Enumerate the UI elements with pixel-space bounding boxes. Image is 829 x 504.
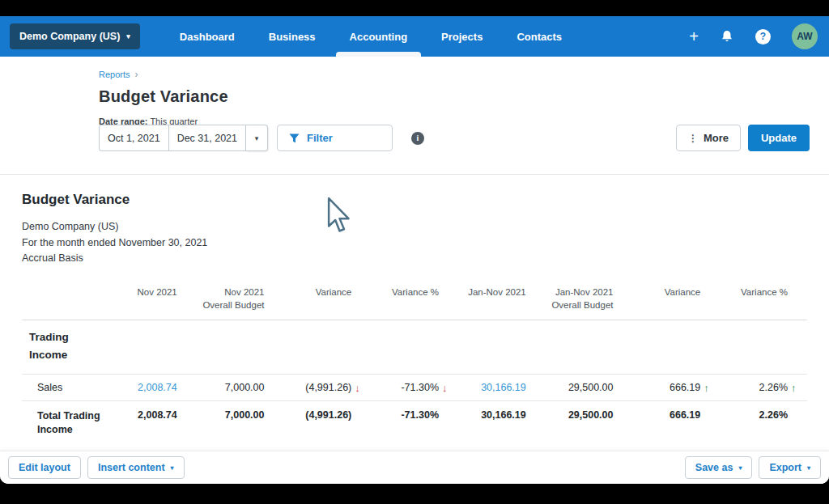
col-line1: Variance %: [371, 286, 439, 299]
total-nov-budget: 7,000.00: [197, 409, 284, 421]
top-navbar: Demo Company (US) ▾ Dashboard Business A…: [0, 16, 829, 57]
cell-value: 7,000.00: [225, 382, 265, 393]
report-body: Budget Variance Demo Company (US) For th…: [0, 175, 829, 451]
col-line1: Jan-Nov 2021: [458, 286, 526, 299]
nav-item-contacts[interactable]: Contacts: [500, 16, 579, 57]
chevron-down-icon: ▾: [255, 134, 259, 142]
save-as-label: Save as: [695, 462, 733, 473]
col-line1: Jan-Nov 2021: [546, 286, 614, 299]
col-line2: Overall Budget: [546, 299, 614, 311]
cell-value: 666.19: [670, 409, 700, 421]
table-row-total-trading-income: Total Trading Income 2,008.74 7,000.00 (…: [22, 401, 807, 445]
export-label: Export: [769, 462, 801, 473]
letterbox-bottom: [0, 484, 829, 504]
down-arrow-icon: ↓: [442, 382, 457, 394]
col-nov-2021-budget: Nov 2021 Overall Budget: [197, 286, 284, 311]
funnel-icon: [289, 133, 300, 143]
nav-item-business[interactable]: Business: [252, 16, 333, 57]
cell-value: 29,500.00: [568, 382, 614, 393]
cell-value: -71.30%: [401, 382, 439, 393]
total-variance-pct-2: 2.26%: [720, 409, 807, 421]
report-basis: Accrual Basis: [22, 251, 807, 267]
notifications-bell-icon[interactable]: [720, 29, 734, 44]
more-button[interactable]: ⋮ More: [676, 125, 741, 151]
nav-item-dashboard[interactable]: Dashboard: [163, 16, 252, 57]
col-line1: Variance: [633, 286, 701, 299]
sales-ytd-actual: 30,166.19: [458, 382, 546, 393]
report-meta: Demo Company (US) For the month ended No…: [22, 219, 807, 267]
avatar-initials: AW: [797, 31, 812, 42]
filter-button[interactable]: Filter: [277, 125, 393, 151]
cell-value: 7,000.00: [225, 409, 265, 421]
report-period: For the month ended November 30, 2021: [22, 235, 807, 252]
breadcrumb: Reports ›: [99, 69, 829, 80]
user-avatar[interactable]: AW: [792, 23, 818, 49]
sales-variance-1: (4,991.26) ↓: [284, 382, 372, 393]
budget-variance-table: Nov 2021 Nov 2021 Overall Budget Varianc…: [22, 281, 807, 451]
col-line1: Nov 2021: [197, 286, 265, 299]
primary-actions: ⋮ More Update: [676, 125, 810, 151]
cell-value: 2.26%: [759, 382, 788, 393]
page-title: Budget Variance: [99, 87, 829, 106]
org-name: Demo Company (US): [19, 31, 120, 42]
row-label: Total Trading Income: [22, 409, 103, 437]
col-jan-nov-budget: Jan-Nov 2021 Overall Budget: [546, 286, 633, 311]
sales-variance-pct-1: -71.30% ↓: [371, 382, 458, 393]
col-line1: Variance %: [720, 286, 788, 299]
breadcrumb-reports-link[interactable]: Reports: [99, 70, 130, 79]
section-label: Trading Income: [22, 328, 95, 364]
col-line1: Variance: [284, 286, 352, 299]
total-variance-2: 666.19: [633, 409, 721, 421]
report-company: Demo Company (US): [22, 219, 807, 235]
col-variance-pct-1: Variance %: [371, 286, 458, 299]
chevron-down-icon: ▾: [171, 464, 174, 472]
info-icon[interactable]: i: [411, 132, 424, 145]
col-variance-1: Variance: [284, 286, 372, 299]
update-button[interactable]: Update: [748, 125, 810, 151]
filter-label: Filter: [307, 132, 333, 144]
nav-item-projects[interactable]: Projects: [424, 16, 500, 57]
nav-item-accounting[interactable]: Accounting: [333, 16, 425, 57]
footer-action-bar: Edit layout Insert content ▾ Save as ▾ E…: [0, 451, 829, 484]
table-header-row: Nov 2021 Nov 2021 Overall Budget Varianc…: [22, 281, 807, 320]
report-title: Budget Variance: [22, 192, 807, 208]
chevron-down-icon: ▾: [738, 464, 742, 472]
save-as-button[interactable]: Save as ▾: [685, 456, 753, 479]
drilldown-link[interactable]: 2,008.74: [138, 382, 177, 393]
total-nov-actual: 2,008.74: [109, 409, 197, 421]
cell-value: (4,991.26): [305, 382, 351, 393]
drilldown-link[interactable]: 30,166.19: [481, 382, 526, 393]
org-switcher[interactable]: Demo Company (US) ▾: [10, 23, 140, 49]
down-arrow-icon: ↓: [355, 382, 369, 394]
date-to-field[interactable]: Dec 31, 2021: [168, 125, 246, 151]
edit-layout-label: Edit layout: [19, 462, 70, 473]
cell-value: (4,991.26): [305, 409, 351, 421]
cell-value: 2.26%: [759, 409, 788, 421]
report-controls: Oct 1, 2021 Dec 31, 2021 ▾ Filter i: [99, 125, 810, 151]
total-ytd-budget: 29,500.00: [546, 409, 633, 421]
chevron-right-icon: ›: [135, 69, 138, 80]
col-nov-2021: Nov 2021: [109, 286, 197, 299]
chevron-down-icon: ▾: [126, 32, 130, 40]
cell-value: 29,500.00: [568, 409, 614, 421]
main-page: Reports › Budget Variance Date range: Th…: [0, 57, 829, 484]
chevron-down-icon: ▾: [807, 464, 810, 472]
export-button[interactable]: Export ▾: [759, 456, 821, 479]
date-range-dropdown-button[interactable]: ▾: [246, 125, 268, 151]
up-arrow-icon: ↑: [704, 382, 718, 394]
info-glyph: i: [417, 133, 419, 142]
question-glyph: ?: [760, 31, 766, 42]
up-arrow-icon: ↑: [791, 382, 806, 394]
date-from-field[interactable]: Oct 1, 2021: [99, 125, 168, 151]
section-cost-of-sales: Cost of Sales: [22, 445, 807, 451]
add-icon[interactable]: +: [689, 28, 699, 44]
insert-content-button[interactable]: Insert content ▾: [87, 456, 185, 479]
edit-layout-button[interactable]: Edit layout: [8, 456, 81, 479]
total-variance-pct-1: -71.30%: [371, 409, 458, 421]
app-window: Demo Company (US) ▾ Dashboard Business A…: [0, 0, 829, 504]
date-range-picker: Oct 1, 2021 Dec 31, 2021 ▾: [99, 125, 268, 151]
sales-nov-actual: 2,008.74: [109, 382, 197, 393]
sales-ytd-budget: 29,500.00: [546, 382, 633, 393]
help-icon[interactable]: ?: [755, 29, 771, 44]
insert-content-label: Insert content: [98, 462, 165, 473]
